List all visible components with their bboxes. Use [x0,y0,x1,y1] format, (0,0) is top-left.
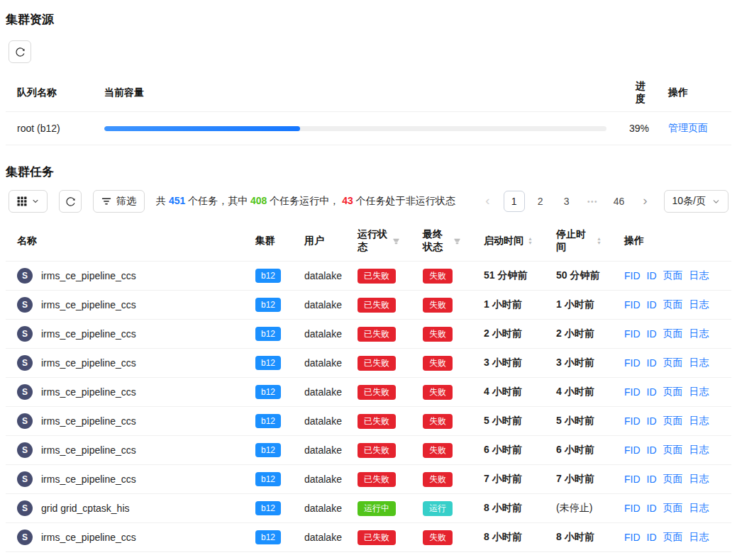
page-link[interactable]: 页面 [663,473,683,486]
spark-avatar-icon: S [17,297,33,313]
id-link[interactable]: ID [647,444,657,456]
task-row: S irms_ce_pipeline_ccs b12 datalake 已失败 … [6,320,731,349]
start-time: 7 小时前 [484,473,522,484]
fid-link[interactable]: FID [624,503,641,514]
start-time: 6 小时前 [484,444,522,455]
run-status-filter-icon[interactable] [392,237,400,245]
final-status-badge: 失败 [423,356,453,371]
task-user: datalake [304,328,342,340]
tasks-header-action: 操作 [613,221,731,262]
tasks-refresh-button[interactable] [59,190,82,213]
spark-avatar-icon: S [17,413,33,429]
tasks-title: 集群任务 [6,164,731,180]
start-time: 2 小时前 [484,327,522,339]
log-link[interactable]: 日志 [689,531,709,544]
run-status-badge: 已失败 [358,414,396,429]
tasks-header-final-status: 最终状态 [411,221,472,262]
tasks-header-final-status-label: 最终状态 [423,228,449,254]
task-name: irms_ce_pipeline_ccs [41,444,136,456]
resource-row: root (b12) 39% 管理页面 [6,112,731,145]
column-settings-button[interactable] [9,190,48,213]
id-link[interactable]: ID [647,299,657,310]
task-name: grid grid_cptask_his [41,503,130,514]
log-link[interactable]: 日志 [689,386,709,398]
manage-page-link[interactable]: 管理页面 [668,122,708,133]
page-link[interactable]: 页面 [663,357,683,369]
log-link[interactable]: 日志 [689,415,709,427]
pagination-page-2[interactable]: 2 [530,191,551,212]
page-size-select[interactable]: 10条/页 [664,190,728,213]
tasks-header-stop-time[interactable]: 停止时间▲▼ [545,221,613,262]
pagination-prev[interactable]: ‹ [477,191,499,212]
page-link[interactable]: 页面 [663,531,683,544]
fid-link[interactable]: FID [624,299,641,310]
cluster-tag: b12 [255,472,281,486]
log-link[interactable]: 日志 [689,444,709,457]
cluster-tag: b12 [255,501,281,515]
task-name: irms_ce_pipeline_ccs [41,415,136,427]
queue-name: root (b12) [6,112,93,145]
task-user: datalake [304,444,342,456]
start-time-sort-icon[interactable]: ▲▼ [528,237,533,245]
task-row: S irms_ce_pipeline_ccs b12 datalake 已失败 … [6,407,731,436]
page-link[interactable]: 页面 [663,444,683,457]
task-row: S irms_ce_pipeline_ccs b12 datalake 已失败 … [6,291,731,320]
stop-time: 3 小时前 [556,357,594,368]
page-link[interactable]: 页面 [663,327,683,340]
pagination-next[interactable]: › [635,191,656,212]
final-status-badge: 失败 [423,472,453,487]
log-link[interactable]: 日志 [689,298,709,311]
resources-header-row: 队列名称 当前容量 进度 操作 [6,74,731,112]
log-link[interactable]: 日志 [689,502,709,515]
grid-icon [17,196,27,206]
chevron-down-icon [32,198,39,205]
log-link[interactable]: 日志 [689,473,709,486]
resources-header-capacity: 当前容量 [93,74,618,112]
log-link[interactable]: 日志 [689,357,709,369]
start-time: 4 小时前 [484,386,522,397]
page-link[interactable]: 页面 [663,415,683,427]
fid-link[interactable]: FID [624,357,641,369]
fid-link[interactable]: FID [624,474,641,485]
pagination-page-3[interactable]: 3 [556,191,577,212]
id-link[interactable]: ID [647,474,657,485]
task-user: datalake [304,532,342,543]
final-status-badge: 失败 [423,385,453,400]
final-status-filter-icon[interactable] [453,237,461,245]
stop-time: 1 小时前 [556,298,594,310]
log-link[interactable]: 日志 [689,327,709,340]
page-link[interactable]: 页面 [663,386,683,398]
resources-refresh-button[interactable] [9,40,31,63]
pagination-ellipsis[interactable]: ••• [582,191,604,212]
task-row: S irms_ce_pipeline_ccs b12 datalake 已失败 … [6,349,731,378]
resources-title: 集群资源 [6,11,731,28]
pagination-page-46[interactable]: 46 [609,191,630,212]
start-time: 8 小时前 [484,531,522,542]
fid-link[interactable]: FID [624,415,641,427]
id-link[interactable]: ID [647,415,657,427]
id-link[interactable]: ID [647,357,657,369]
page-link[interactable]: 页面 [663,502,683,515]
id-link[interactable]: ID [647,328,657,340]
tasks-header-row: 名称 集群 用户 运行状态 最终状态 启动时间▲▼ 停止时间▲▼ 操作 [6,221,731,262]
id-link[interactable]: ID [647,386,657,398]
id-link[interactable]: ID [647,503,657,514]
fid-link[interactable]: FID [624,444,641,456]
fid-link[interactable]: FID [624,386,641,398]
cluster-tag: b12 [255,443,281,457]
fid-link[interactable]: FID [624,270,641,281]
stop-time-sort-icon[interactable]: ▲▼ [597,237,602,245]
id-link[interactable]: ID [647,270,657,281]
pagination-page-1[interactable]: 1 [504,191,525,212]
page-link[interactable]: 页面 [663,269,683,282]
log-link[interactable]: 日志 [689,269,709,282]
fid-link[interactable]: FID [624,532,641,543]
page-link[interactable]: 页面 [663,298,683,311]
tasks-toolbar: 筛选 共 451 个任务，其中 408 个任务运行中， 43 个任务处于非运行状… [9,190,728,213]
run-status-badge: 已失败 [358,298,396,313]
id-link[interactable]: ID [647,532,657,543]
filter-button[interactable]: 筛选 [93,190,145,213]
final-status-badge: 失败 [423,298,453,313]
fid-link[interactable]: FID [624,328,641,340]
tasks-header-start-time[interactable]: 启动时间▲▼ [472,221,545,262]
